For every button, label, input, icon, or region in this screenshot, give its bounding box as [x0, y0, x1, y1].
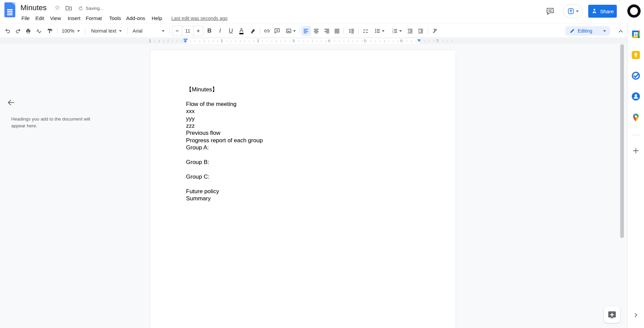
print-button[interactable]: [23, 26, 33, 36]
left-indent-marker[interactable]: [184, 40, 187, 43]
star-icon[interactable]: ☆: [54, 4, 60, 12]
account-avatar[interactable]: [627, 4, 641, 18]
calendar-icon[interactable]: 31: [631, 30, 640, 39]
zoom-select[interactable]: 100%: [60, 26, 82, 36]
horizontal-ruler: 1 1 2 3 4 5 6 7: [0, 38, 627, 44]
upload-button[interactable]: [563, 4, 583, 18]
vertical-scrollbar-thumb[interactable]: [620, 44, 624, 238]
checklist-button[interactable]: [361, 26, 370, 36]
doc-line: [186, 151, 420, 159]
share-label: Share: [600, 8, 614, 14]
explore-button[interactable]: [604, 307, 620, 323]
open-comments-icon[interactable]: [546, 7, 555, 16]
menu-file[interactable]: File: [21, 15, 30, 21]
keep-icon[interactable]: [631, 51, 640, 59]
doc-line: [186, 166, 420, 173]
last-edit-link[interactable]: Last edit was seconds ago: [171, 16, 227, 21]
line-spacing-button[interactable]: [347, 26, 356, 36]
saving-sync-icon: [78, 5, 84, 12]
paint-format-button[interactable]: [45, 26, 54, 36]
doc-line: Progress report of each group: [186, 137, 420, 144]
menu-tools[interactable]: Tools: [109, 15, 121, 21]
underline-button[interactable]: U: [226, 26, 236, 36]
editing-mode-value: Editing: [578, 28, 600, 34]
menu-help[interactable]: Help: [152, 15, 162, 21]
numbered-list-button[interactable]: 123: [388, 26, 405, 36]
side-panel-divider: [632, 135, 640, 135]
insert-link-button[interactable]: [262, 26, 272, 36]
doc-line: Flow of the meeting: [186, 101, 420, 108]
upload-caret-icon: [576, 11, 579, 12]
text-color-button[interactable]: A: [237, 26, 246, 36]
close-outline-icon[interactable]: [7, 98, 16, 107]
undo-button[interactable]: [3, 26, 13, 36]
spell-check-button[interactable]: A: [34, 26, 44, 36]
right-indent-marker[interactable]: [417, 39, 421, 42]
contacts-icon[interactable]: [631, 92, 640, 101]
highlight-color-button[interactable]: [248, 26, 258, 36]
numbered-list-caret-icon: [399, 30, 402, 32]
doc-line: Group A:: [186, 144, 420, 151]
paragraph-style-select[interactable]: Normal text: [89, 26, 124, 36]
doc-line: zzz: [186, 122, 420, 129]
share-button[interactable]: Share: [588, 5, 617, 18]
doc-line: Future policy: [186, 188, 420, 195]
font-value: Arial: [133, 28, 142, 34]
doc-line: Summary: [186, 195, 420, 202]
doc-line: 【Minutes】: [186, 86, 420, 93]
format-toolbar: A 100% Normal text Arial 11 B I U A: [0, 23, 627, 38]
increase-indent-button[interactable]: [416, 26, 425, 36]
clear-formatting-button[interactable]: [430, 26, 440, 36]
italic-button[interactable]: I: [215, 26, 225, 36]
align-center-button[interactable]: [311, 26, 321, 36]
add-comment-button[interactable]: [272, 26, 282, 36]
move-to-folder-icon[interactable]: [65, 5, 72, 12]
outline-placeholder: Headings you add to the document will ap…: [11, 116, 96, 129]
saving-status[interactable]: Saving...: [86, 6, 104, 11]
align-right-button[interactable]: [322, 26, 332, 36]
document-title[interactable]: Minutes: [20, 3, 47, 12]
hide-menus-button[interactable]: [616, 26, 625, 35]
tasks-icon[interactable]: [631, 71, 640, 80]
font-select[interactable]: Arial: [131, 26, 167, 36]
font-size-group: 11: [172, 26, 203, 36]
doc-line: yyy: [186, 115, 420, 122]
menu-format[interactable]: Format: [86, 15, 102, 21]
get-addons-icon[interactable]: [632, 147, 640, 154]
decrease-font-size-button[interactable]: [172, 26, 182, 36]
title-bar: Minutes ☆ Saving... File Edit View Inser…: [0, 0, 644, 23]
menu-insert[interactable]: Insert: [68, 15, 81, 21]
menu-addons[interactable]: Add-ons: [126, 15, 145, 21]
bulleted-list-caret-icon: [382, 30, 385, 32]
document-page[interactable]: 【Minutes】 Flow of the meeting xxx yyy zz…: [150, 50, 456, 328]
upload-arrow-icon: [567, 8, 574, 15]
doc-line: [186, 93, 420, 100]
insert-image-button[interactable]: [283, 26, 299, 36]
font-caret-icon: [162, 30, 165, 32]
svg-text:3: 3: [392, 32, 393, 34]
bold-button[interactable]: B: [205, 26, 214, 36]
bulleted-list-button[interactable]: [371, 26, 388, 36]
editor-canvas: Headings you add to the document will ap…: [0, 44, 627, 328]
docs-logo-icon[interactable]: [4, 2, 15, 17]
doc-line: Previous flow: [186, 129, 420, 136]
share-person-icon: [591, 8, 597, 14]
menu-view[interactable]: View: [50, 15, 61, 21]
maps-icon[interactable]: [631, 113, 640, 122]
hide-side-panel-icon[interactable]: [633, 312, 638, 318]
editing-mode-select[interactable]: Editing: [565, 26, 610, 36]
menu-edit[interactable]: Edit: [35, 15, 44, 21]
doc-line: [186, 180, 420, 187]
align-left-button[interactable]: [301, 26, 311, 36]
doc-line: Group B:: [186, 159, 420, 166]
doc-line: xxx: [186, 108, 420, 115]
redo-button[interactable]: [13, 26, 23, 36]
align-justify-button[interactable]: [332, 26, 342, 36]
pencil-icon: [570, 29, 575, 34]
font-size-input[interactable]: 11: [182, 26, 193, 36]
first-line-indent-marker[interactable]: [184, 39, 188, 40]
decrease-indent-button[interactable]: [405, 26, 415, 36]
increase-font-size-button[interactable]: [193, 26, 203, 36]
companion-side-panel: 31: [627, 23, 644, 328]
zoom-value: 100%: [62, 28, 74, 34]
